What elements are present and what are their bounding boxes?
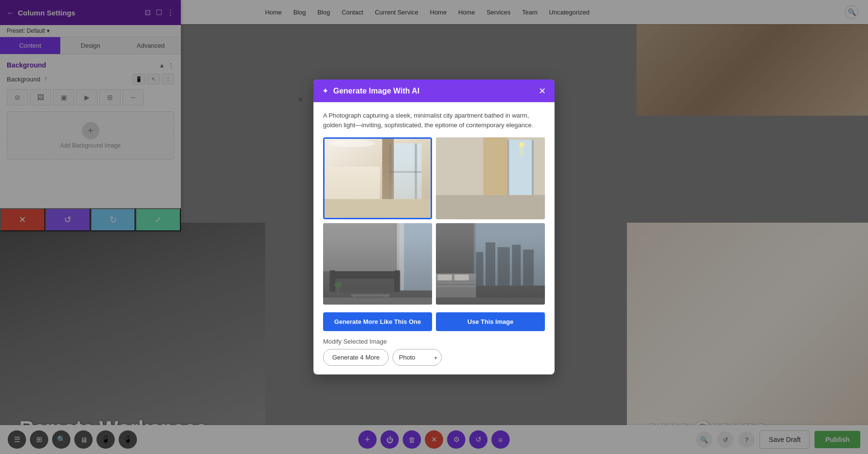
svg-rect-40 — [523, 249, 534, 285]
modal-description: A Photograph capturing a sleek, minimali… — [323, 111, 545, 130]
svg-rect-27 — [351, 294, 390, 296]
generate-image-modal: ✦ Generate Image With AI ✕ A Photograph … — [313, 80, 555, 374]
image-cell-2[interactable] — [436, 137, 545, 219]
svg-rect-43 — [437, 274, 452, 280]
svg-rect-16 — [483, 137, 507, 195]
svg-rect-46 — [436, 285, 476, 287]
type-select-wrapper: Photo Illustration Art ▾ — [393, 349, 442, 366]
modal-title: Generate Image With AI — [333, 87, 420, 95]
svg-point-9 — [329, 140, 375, 147]
image-type-select[interactable]: Photo Illustration Art — [393, 349, 442, 366]
svg-rect-1 — [325, 139, 431, 218]
svg-rect-5 — [389, 171, 421, 173]
modal-overlay: ✦ Generate Image With AI ✕ A Photograph … — [0, 0, 868, 454]
svg-rect-30 — [337, 285, 339, 295]
svg-rect-28 — [353, 296, 355, 301]
svg-point-31 — [334, 281, 342, 287]
svg-rect-8 — [325, 167, 380, 199]
svg-rect-21 — [323, 223, 399, 271]
svg-rect-44 — [454, 274, 469, 280]
svg-rect-3 — [389, 144, 392, 204]
svg-rect-42 — [436, 273, 476, 280]
svg-rect-41 — [436, 273, 476, 297]
svg-rect-23 — [332, 276, 399, 293]
svg-rect-32 — [323, 297, 432, 305]
svg-rect-29 — [385, 296, 387, 301]
svg-rect-14 — [507, 140, 509, 195]
svg-rect-47 — [436, 297, 545, 305]
modal-header: ✦ Generate Image With AI ✕ — [313, 80, 555, 102]
modify-section: Modify Selected Image Generate 4 More Ph… — [323, 338, 545, 366]
svg-rect-22 — [397, 223, 404, 291]
svg-rect-34 — [474, 223, 545, 286]
svg-rect-24 — [332, 271, 399, 278]
svg-rect-11 — [436, 195, 545, 219]
svg-rect-26 — [394, 270, 400, 292]
image-cell-1[interactable] — [323, 137, 432, 219]
svg-rect-45 — [436, 281, 476, 283]
image-cell-4[interactable] — [436, 223, 545, 305]
svg-rect-33 — [436, 223, 545, 305]
svg-rect-36 — [476, 252, 483, 285]
svg-rect-39 — [512, 244, 521, 285]
modal-body: A Photograph capturing a sleek, minimali… — [313, 102, 555, 374]
wand-icon: ✦ — [322, 86, 328, 95]
modify-label: Modify Selected Image — [323, 338, 545, 345]
use-this-image-button[interactable]: Use This Image — [436, 312, 545, 331]
image-grid — [323, 137, 545, 305]
generate-more-button[interactable]: Generate More Like This One — [323, 312, 432, 331]
svg-rect-38 — [498, 247, 510, 285]
svg-rect-19 — [323, 223, 432, 305]
svg-rect-0 — [325, 139, 431, 218]
image-cell-3[interactable] — [323, 223, 432, 305]
svg-rect-4 — [415, 144, 417, 204]
svg-rect-6 — [382, 139, 394, 218]
svg-rect-7 — [325, 199, 431, 217]
svg-rect-35 — [474, 223, 475, 286]
svg-rect-25 — [329, 270, 335, 292]
svg-rect-20 — [399, 223, 432, 291]
svg-rect-15 — [532, 140, 534, 195]
svg-rect-2 — [389, 144, 421, 204]
modify-row: Generate 4 More Photo Illustration Art ▾ — [323, 349, 545, 366]
generate-4-more-button[interactable]: Generate 4 More — [323, 349, 389, 366]
modal-action-row: Generate More Like This One Use This Ima… — [323, 312, 545, 331]
modal-header-left: ✦ Generate Image With AI — [322, 86, 420, 95]
svg-rect-37 — [486, 242, 495, 285]
modal-close-button[interactable]: ✕ — [539, 87, 546, 95]
